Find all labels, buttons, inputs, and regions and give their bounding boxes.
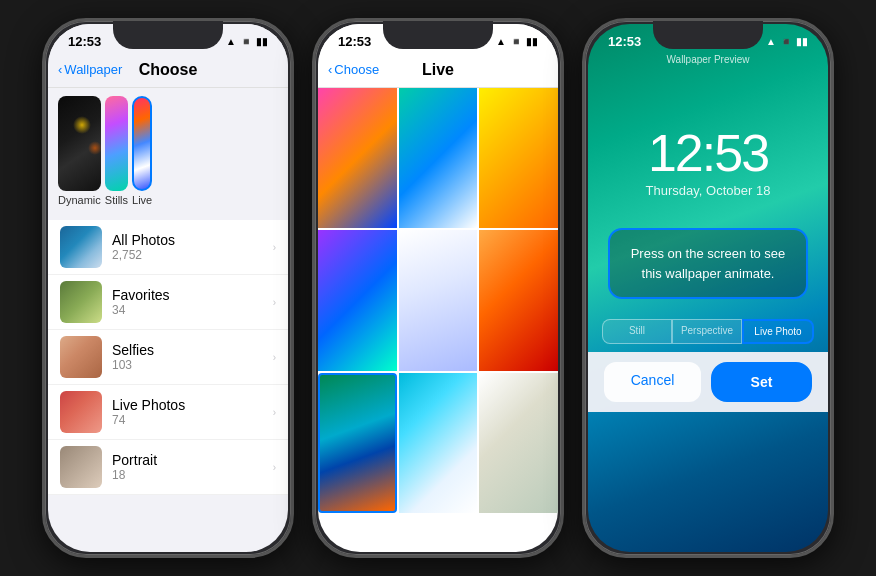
list-item-all-photos[interactable]: All Photos 2,752 › bbox=[48, 220, 288, 275]
back-button-2[interactable]: ‹ Choose bbox=[328, 62, 379, 77]
signal-icon: ▲ bbox=[226, 36, 236, 47]
live-cell-4[interactable] bbox=[318, 230, 397, 370]
phone-2: 12:53 ▲ ◾ ▮▮ ‹ Choose Live bbox=[312, 18, 564, 558]
photo-albums-list: All Photos 2,752 › Favorites 34 › Selfie… bbox=[48, 220, 288, 495]
status-bar-2: 12:53 ▲ ◾ ▮▮ bbox=[318, 24, 558, 52]
list-item-favorites[interactable]: Favorites 34 › bbox=[48, 275, 288, 330]
nav-title-2: Live bbox=[422, 61, 454, 79]
phone3-screen: 12:53 ▲ ◾ ▮▮ Wallpaper Preview 12:53 Thu… bbox=[588, 24, 828, 552]
wifi-icon: ◾ bbox=[240, 36, 252, 47]
live-cell-7-selected[interactable] bbox=[318, 373, 397, 513]
portrait-info: Portrait 18 bbox=[112, 452, 263, 482]
live-cell-2[interactable] bbox=[399, 88, 478, 228]
live-photo-mode-button[interactable]: Live Photo bbox=[742, 319, 814, 344]
portrait-arrow: › bbox=[273, 462, 276, 473]
portrait-count: 18 bbox=[112, 468, 263, 482]
status-icons-2: ▲ ◾ ▮▮ bbox=[496, 36, 538, 47]
live-photos-count: 74 bbox=[112, 413, 263, 427]
favorites-arrow: › bbox=[273, 297, 276, 308]
signal-icon-3: ▲ bbox=[766, 36, 776, 47]
status-icons-3: ▲ ◾ ▮▮ bbox=[766, 36, 808, 47]
wallpaper-type-grid: Dynamic Stills Live bbox=[48, 88, 288, 220]
favorites-info: Favorites 34 bbox=[112, 287, 263, 317]
live-wallpaper-grid bbox=[318, 88, 558, 513]
selfies-info: Selfies 103 bbox=[112, 342, 263, 372]
live-label: Live bbox=[132, 194, 152, 206]
live-photos-info: Live Photos 74 bbox=[112, 397, 263, 427]
perspective-mode-button[interactable]: Perspective bbox=[672, 319, 742, 344]
phone-3: 12:53 ▲ ◾ ▮▮ Wallpaper Preview 12:53 Thu… bbox=[582, 18, 834, 558]
stills-thumb[interactable] bbox=[105, 96, 128, 191]
battery-icon: ▮▮ bbox=[256, 36, 268, 47]
nav-bar-2: ‹ Choose Live bbox=[318, 52, 558, 88]
selfies-name: Selfies bbox=[112, 342, 263, 358]
animate-box: Press on the screen to seethis wallpaper… bbox=[608, 228, 808, 299]
live-photos-thumb bbox=[60, 391, 102, 433]
list-item-portrait[interactable]: Portrait 18 › bbox=[48, 440, 288, 495]
wifi-icon-3: ◾ bbox=[780, 36, 792, 47]
preview-label: Wallpaper Preview bbox=[588, 52, 828, 67]
live-cell-9[interactable] bbox=[479, 373, 558, 513]
selfies-count: 103 bbox=[112, 358, 263, 372]
all-photos-name: All Photos bbox=[112, 232, 263, 248]
status-icons-1: ▲ ◾ ▮▮ bbox=[226, 36, 268, 47]
live-thumb[interactable] bbox=[132, 96, 152, 191]
back-button-1[interactable]: ‹ Wallpaper bbox=[58, 62, 122, 77]
wallpaper-type-stills[interactable]: Stills bbox=[105, 96, 128, 212]
status-time-2: 12:53 bbox=[338, 34, 371, 49]
favorites-name: Favorites bbox=[112, 287, 263, 303]
battery-icon-2: ▮▮ bbox=[526, 36, 538, 47]
nav-bar-1: ‹ Wallpaper Choose bbox=[48, 52, 288, 88]
nav-title-1: Choose bbox=[139, 61, 198, 79]
selfies-arrow: › bbox=[273, 352, 276, 363]
phone2-screen: 12:53 ▲ ◾ ▮▮ ‹ Choose Live bbox=[318, 24, 558, 552]
live-photos-arrow: › bbox=[273, 407, 276, 418]
cancel-button[interactable]: Cancel bbox=[604, 362, 701, 402]
mode-bar: Still Perspective Live Photo bbox=[602, 319, 814, 344]
all-photos-count: 2,752 bbox=[112, 248, 263, 262]
signal-icon-2: ▲ bbox=[496, 36, 506, 47]
wifi-icon-2: ◾ bbox=[510, 36, 522, 47]
animate-text: Press on the screen to seethis wallpaper… bbox=[626, 244, 790, 283]
live-cell-8[interactable] bbox=[399, 373, 478, 513]
still-mode-button[interactable]: Still bbox=[602, 319, 672, 344]
phone-1: 12:53 ▲ ◾ ▮▮ ‹ Wallpaper Choose Dynamic … bbox=[42, 18, 294, 558]
live-cell-5[interactable] bbox=[399, 230, 478, 370]
wallpaper-time: 12:53 bbox=[588, 127, 828, 179]
live-cell-6[interactable] bbox=[479, 230, 558, 370]
status-bar-1: 12:53 ▲ ◾ ▮▮ bbox=[48, 24, 288, 52]
action-bar: Cancel Set bbox=[588, 352, 828, 412]
status-bar-3: 12:53 ▲ ◾ ▮▮ bbox=[588, 24, 828, 52]
portrait-thumb bbox=[60, 446, 102, 488]
live-photos-name: Live Photos bbox=[112, 397, 263, 413]
battery-icon-3: ▮▮ bbox=[796, 36, 808, 47]
set-button[interactable]: Set bbox=[711, 362, 812, 402]
chevron-left-icon-2: ‹ bbox=[328, 62, 332, 77]
favorites-thumb bbox=[60, 281, 102, 323]
list-item-live-photos[interactable]: Live Photos 74 › bbox=[48, 385, 288, 440]
back-label-1: Wallpaper bbox=[64, 62, 122, 77]
dynamic-thumb[interactable] bbox=[58, 96, 101, 191]
all-photos-info: All Photos 2,752 bbox=[112, 232, 263, 262]
dynamic-label: Dynamic bbox=[58, 194, 101, 206]
back-label-2: Choose bbox=[334, 62, 379, 77]
list-item-selfies[interactable]: Selfies 103 › bbox=[48, 330, 288, 385]
wallpaper-type-live[interactable]: Live bbox=[132, 96, 152, 212]
status-time-1: 12:53 bbox=[68, 34, 101, 49]
selfies-thumb bbox=[60, 336, 102, 378]
live-cell-1[interactable] bbox=[318, 88, 397, 228]
wallpaper-date: Thursday, October 18 bbox=[588, 183, 828, 198]
favorites-count: 34 bbox=[112, 303, 263, 317]
wallpaper-type-dynamic[interactable]: Dynamic bbox=[58, 96, 101, 212]
live-cell-3[interactable] bbox=[479, 88, 558, 228]
phone1-screen: 12:53 ▲ ◾ ▮▮ ‹ Wallpaper Choose Dynamic … bbox=[48, 24, 288, 552]
stills-label: Stills bbox=[105, 194, 128, 206]
portrait-name: Portrait bbox=[112, 452, 263, 468]
all-photos-arrow: › bbox=[273, 242, 276, 253]
all-photos-thumb bbox=[60, 226, 102, 268]
chevron-left-icon: ‹ bbox=[58, 62, 62, 77]
status-time-3: 12:53 bbox=[608, 34, 641, 49]
